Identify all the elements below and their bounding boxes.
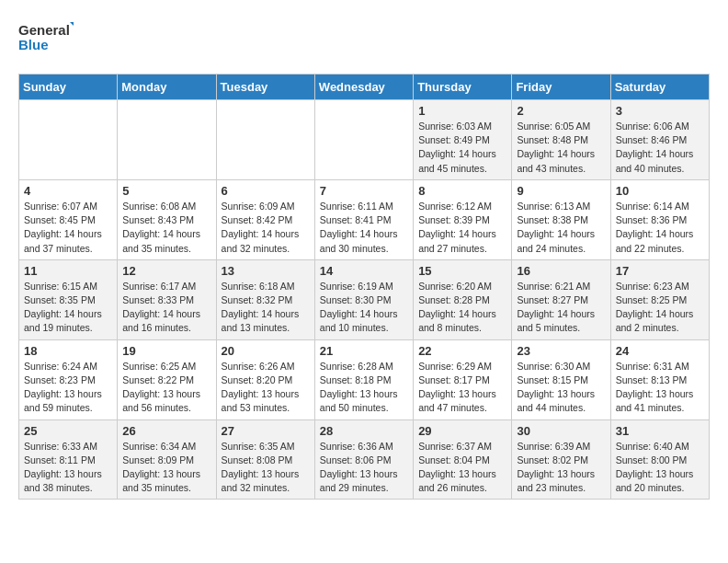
day-info: Sunrise: 6:14 AMSunset: 8:36 PMDaylight:… (616, 200, 704, 256)
day-info: Sunrise: 6:18 AMSunset: 8:32 PMDaylight:… (222, 280, 310, 336)
logo: General Blue (18, 18, 74, 59)
day-info: Sunrise: 6:15 AMSunset: 8:35 PMDaylight:… (24, 280, 112, 336)
day-info: Sunrise: 6:05 AMSunset: 8:48 PMDaylight:… (517, 120, 605, 176)
day-info: Sunrise: 6:11 AMSunset: 8:41 PMDaylight:… (320, 200, 408, 256)
day-number: 9 (517, 184, 605, 198)
calendar-week-row: 18Sunrise: 6:24 AMSunset: 8:23 PMDayligh… (19, 339, 710, 419)
day-number: 24 (616, 344, 704, 358)
calendar-cell (19, 100, 118, 180)
calendar-week-row: 11Sunrise: 6:15 AMSunset: 8:35 PMDayligh… (19, 259, 710, 339)
day-info: Sunrise: 6:28 AMSunset: 8:18 PMDaylight:… (320, 360, 408, 416)
day-info: Sunrise: 6:12 AMSunset: 8:39 PMDaylight:… (418, 200, 506, 256)
day-info: Sunrise: 6:21 AMSunset: 8:27 PMDaylight:… (517, 280, 605, 336)
day-info: Sunrise: 6:20 AMSunset: 8:28 PMDaylight:… (418, 280, 506, 336)
page-header: General Blue (18, 18, 710, 59)
day-info: Sunrise: 6:13 AMSunset: 8:38 PMDaylight:… (517, 200, 605, 256)
day-info: Sunrise: 6:07 AMSunset: 8:45 PMDaylight:… (24, 200, 112, 256)
calendar-cell: 22Sunrise: 6:29 AMSunset: 8:17 PMDayligh… (414, 339, 512, 419)
day-number: 6 (222, 184, 310, 198)
day-number: 21 (320, 344, 408, 358)
day-number: 18 (24, 344, 112, 358)
day-info: Sunrise: 6:06 AMSunset: 8:46 PMDaylight:… (616, 120, 704, 176)
day-info: Sunrise: 6:08 AMSunset: 8:43 PMDaylight:… (122, 200, 210, 256)
svg-marker-2 (70, 22, 74, 29)
logo-svg: General Blue (18, 18, 74, 59)
day-info: Sunrise: 6:31 AMSunset: 8:13 PMDaylight:… (616, 360, 704, 416)
day-info: Sunrise: 6:17 AMSunset: 8:33 PMDaylight:… (122, 280, 210, 336)
weekday-header-wednesday: Wednesday (314, 75, 413, 100)
weekday-header-friday: Friday (512, 75, 610, 100)
calendar-cell (216, 100, 314, 180)
calendar-cell: 14Sunrise: 6:19 AMSunset: 8:30 PMDayligh… (314, 259, 413, 339)
calendar-cell: 27Sunrise: 6:35 AMSunset: 8:08 PMDayligh… (216, 419, 314, 500)
day-info: Sunrise: 6:36 AMSunset: 8:06 PMDaylight:… (320, 440, 408, 496)
calendar-cell: 5Sunrise: 6:08 AMSunset: 8:43 PMDaylight… (118, 179, 216, 259)
day-number: 30 (517, 424, 605, 438)
calendar-cell: 20Sunrise: 6:26 AMSunset: 8:20 PMDayligh… (216, 339, 314, 419)
calendar-cell: 30Sunrise: 6:39 AMSunset: 8:02 PMDayligh… (512, 419, 610, 500)
calendar-cell: 3Sunrise: 6:06 AMSunset: 8:46 PMDaylight… (610, 100, 709, 180)
calendar-cell: 29Sunrise: 6:37 AMSunset: 8:04 PMDayligh… (414, 419, 512, 500)
weekday-header-row: SundayMondayTuesdayWednesdayThursdayFrid… (19, 75, 710, 100)
calendar-week-row: 25Sunrise: 6:33 AMSunset: 8:11 PMDayligh… (19, 419, 710, 500)
calendar-table: SundayMondayTuesdayWednesdayThursdayFrid… (18, 74, 710, 500)
calendar-cell: 24Sunrise: 6:31 AMSunset: 8:13 PMDayligh… (610, 339, 709, 419)
day-number: 26 (122, 424, 210, 438)
day-info: Sunrise: 6:33 AMSunset: 8:11 PMDaylight:… (24, 440, 112, 496)
weekday-header-monday: Monday (118, 75, 216, 100)
day-number: 22 (418, 344, 506, 358)
day-info: Sunrise: 6:34 AMSunset: 8:09 PMDaylight:… (122, 440, 210, 496)
calendar-cell: 21Sunrise: 6:28 AMSunset: 8:18 PMDayligh… (314, 339, 413, 419)
day-number: 15 (418, 264, 506, 278)
calendar-cell: 25Sunrise: 6:33 AMSunset: 8:11 PMDayligh… (19, 419, 118, 500)
calendar-cell: 8Sunrise: 6:12 AMSunset: 8:39 PMDaylight… (414, 179, 512, 259)
calendar-cell (314, 100, 413, 180)
day-info: Sunrise: 6:03 AMSunset: 8:49 PMDaylight:… (418, 120, 506, 176)
day-number: 23 (517, 344, 605, 358)
weekday-header-thursday: Thursday (414, 75, 512, 100)
calendar-cell (118, 100, 216, 180)
day-number: 27 (222, 424, 310, 438)
day-info: Sunrise: 6:30 AMSunset: 8:15 PMDaylight:… (517, 360, 605, 416)
calendar-cell: 4Sunrise: 6:07 AMSunset: 8:45 PMDaylight… (19, 179, 118, 259)
day-number: 2 (517, 104, 605, 118)
calendar-cell: 16Sunrise: 6:21 AMSunset: 8:27 PMDayligh… (512, 259, 610, 339)
day-number: 31 (616, 424, 704, 438)
day-number: 14 (320, 264, 408, 278)
calendar-cell: 12Sunrise: 6:17 AMSunset: 8:33 PMDayligh… (118, 259, 216, 339)
day-info: Sunrise: 6:39 AMSunset: 8:02 PMDaylight:… (517, 440, 605, 496)
day-number: 11 (24, 264, 112, 278)
svg-text:Blue: Blue (18, 37, 49, 52)
calendar-cell: 9Sunrise: 6:13 AMSunset: 8:38 PMDaylight… (512, 179, 610, 259)
day-info: Sunrise: 6:35 AMSunset: 8:08 PMDaylight:… (222, 440, 310, 496)
day-number: 19 (122, 344, 210, 358)
day-info: Sunrise: 6:09 AMSunset: 8:42 PMDaylight:… (222, 200, 310, 256)
weekday-header-tuesday: Tuesday (216, 75, 314, 100)
day-number: 13 (222, 264, 310, 278)
day-info: Sunrise: 6:29 AMSunset: 8:17 PMDaylight:… (418, 360, 506, 416)
svg-text:General: General (18, 22, 70, 38)
calendar-cell: 18Sunrise: 6:24 AMSunset: 8:23 PMDayligh… (19, 339, 118, 419)
day-number: 8 (418, 184, 506, 198)
day-number: 3 (616, 104, 704, 118)
day-info: Sunrise: 6:25 AMSunset: 8:22 PMDaylight:… (122, 360, 210, 416)
calendar-cell: 11Sunrise: 6:15 AMSunset: 8:35 PMDayligh… (19, 259, 118, 339)
day-info: Sunrise: 6:26 AMSunset: 8:20 PMDaylight:… (222, 360, 310, 416)
calendar-cell: 19Sunrise: 6:25 AMSunset: 8:22 PMDayligh… (118, 339, 216, 419)
calendar-cell: 13Sunrise: 6:18 AMSunset: 8:32 PMDayligh… (216, 259, 314, 339)
day-number: 20 (222, 344, 310, 358)
day-info: Sunrise: 6:40 AMSunset: 8:00 PMDaylight:… (616, 440, 704, 496)
calendar-cell: 28Sunrise: 6:36 AMSunset: 8:06 PMDayligh… (314, 419, 413, 500)
day-info: Sunrise: 6:24 AMSunset: 8:23 PMDaylight:… (24, 360, 112, 416)
calendar-week-row: 4Sunrise: 6:07 AMSunset: 8:45 PMDaylight… (19, 179, 710, 259)
day-number: 5 (122, 184, 210, 198)
day-number: 28 (320, 424, 408, 438)
calendar-cell: 17Sunrise: 6:23 AMSunset: 8:25 PMDayligh… (610, 259, 709, 339)
calendar-cell: 6Sunrise: 6:09 AMSunset: 8:42 PMDaylight… (216, 179, 314, 259)
day-info: Sunrise: 6:37 AMSunset: 8:04 PMDaylight:… (418, 440, 506, 496)
calendar-cell: 10Sunrise: 6:14 AMSunset: 8:36 PMDayligh… (610, 179, 709, 259)
day-number: 16 (517, 264, 605, 278)
day-number: 12 (122, 264, 210, 278)
day-number: 4 (24, 184, 112, 198)
day-number: 10 (616, 184, 704, 198)
